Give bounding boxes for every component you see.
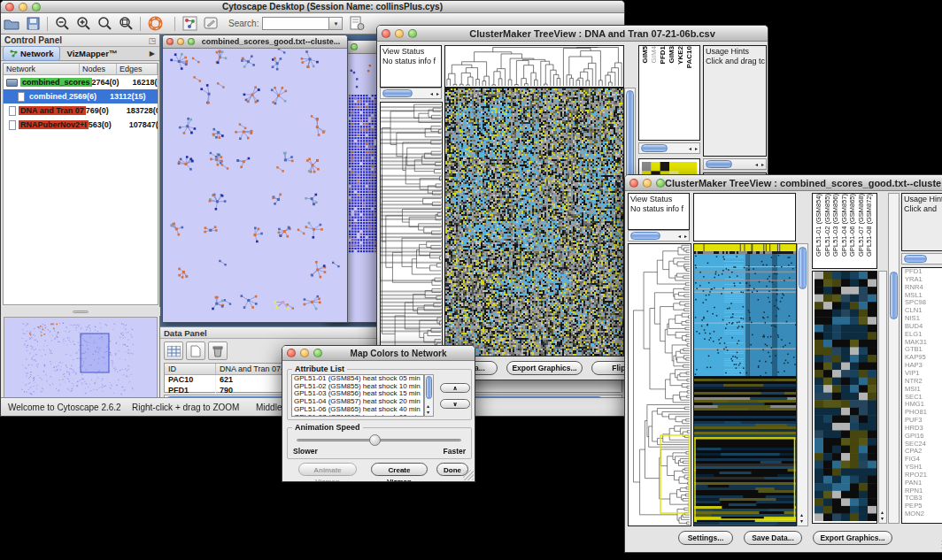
scrollbar-thumb[interactable] bbox=[904, 255, 927, 263]
scroll-left-icon[interactable]: ◂ bbox=[430, 91, 433, 96]
attribute-browser-icon[interactable] bbox=[346, 15, 367, 33]
close-icon[interactable] bbox=[287, 349, 296, 357]
scrollbar-thumb[interactable] bbox=[426, 376, 432, 399]
help-icon[interactable] bbox=[144, 15, 166, 33]
zoom-window-icon[interactable] bbox=[32, 3, 41, 12]
col-label[interactable]: GIM4 bbox=[650, 46, 659, 64]
search-input[interactable] bbox=[262, 17, 329, 30]
col-label[interactable]: GPL51-04 (GSM857) bbox=[840, 194, 849, 257]
minimize-icon[interactable] bbox=[177, 38, 184, 45]
zoom-fit-icon[interactable] bbox=[94, 15, 115, 33]
tab-vizmapper[interactable]: VizMapper™ bbox=[60, 47, 123, 60]
col-label[interactable]: GIM5 bbox=[641, 46, 650, 64]
tv1-heatmap[interactable] bbox=[444, 88, 624, 357]
zoom-selected-icon[interactable] bbox=[115, 15, 136, 33]
move-up-button[interactable]: ∧ bbox=[440, 383, 470, 393]
scrollbar-thumb[interactable] bbox=[890, 272, 898, 319]
zoom-window-icon[interactable] bbox=[408, 29, 417, 38]
minimize-icon[interactable] bbox=[395, 29, 404, 38]
scroll-down-icon[interactable]: ▾ bbox=[427, 410, 429, 415]
settings-button[interactable]: Settings... bbox=[678, 531, 733, 545]
minimize-icon[interactable] bbox=[300, 349, 309, 357]
scroll-right-icon[interactable]: ▸ bbox=[684, 234, 687, 239]
zoom-window-icon[interactable] bbox=[313, 349, 322, 357]
tv1-hints-h-scrollbar[interactable]: ◂ ▸ bbox=[703, 158, 767, 170]
tv2-row-dendrogram-canvas[interactable] bbox=[629, 244, 691, 525]
search-combo-arrow-icon[interactable]: ▼ bbox=[329, 17, 343, 30]
close-icon[interactable] bbox=[5, 3, 14, 12]
col-label[interactable]: GPL51-07 (GSM868) bbox=[857, 194, 866, 257]
delete-attribute-icon[interactable] bbox=[208, 341, 228, 360]
tv1-labels-h-scrollbar[interactable]: ◂ ▸ bbox=[638, 142, 700, 154]
zoom-window-icon[interactable] bbox=[656, 179, 665, 188]
network-row[interactable]: combined_scores 2764(0) 16218(0) bbox=[4, 75, 158, 89]
tv2-heatmap[interactable] bbox=[693, 243, 797, 526]
col-label[interactable]: GPL51-01 (GSM854) bbox=[815, 194, 823, 257]
float-panel-icon[interactable]: ◳ bbox=[148, 36, 156, 45]
minimize-icon[interactable] bbox=[19, 3, 27, 12]
scrollbar-thumb[interactable] bbox=[382, 89, 413, 97]
new-attribute-icon[interactable] bbox=[186, 341, 205, 360]
minimize-icon[interactable] bbox=[643, 179, 652, 188]
tab-overflow-icon[interactable]: ▶ bbox=[147, 50, 158, 58]
tv2-right-v-scrollbar[interactable] bbox=[888, 193, 900, 524]
save-button[interactable] bbox=[22, 15, 43, 33]
scrollbar-thumb[interactable] bbox=[641, 144, 668, 152]
scroll-left-icon[interactable]: ◂ bbox=[678, 234, 681, 239]
export-graphics-button[interactable]: Export Graphics... bbox=[813, 531, 892, 545]
tv2-col-dendrogram[interactable] bbox=[693, 193, 796, 242]
col-label[interactable]: PAC10 bbox=[685, 46, 694, 68]
animate-vizmap-button[interactable]: Animate Vizmap bbox=[298, 463, 357, 476]
tv2-hints-h-scrollbar[interactable] bbox=[901, 253, 942, 265]
save-data-button[interactable]: Save Data... bbox=[744, 531, 802, 545]
scroll-right-icon[interactable]: ▸ bbox=[761, 162, 764, 167]
scroll-left-icon[interactable]: ◂ bbox=[689, 146, 691, 151]
network-overview-canvas[interactable] bbox=[4, 318, 157, 401]
panel-splitter[interactable] bbox=[1, 307, 160, 316]
tv2-status-h-scrollbar[interactable]: ◂ ▸ bbox=[628, 230, 690, 242]
network-row[interactable]: DNA and Tran 07 769(0) 183728(0) bbox=[4, 104, 158, 118]
network-row[interactable]: combined_sco 2569(6) 13112(15) bbox=[4, 89, 158, 104]
close-icon[interactable] bbox=[629, 179, 638, 188]
tv2-submatrix-canvas[interactable] bbox=[815, 272, 876, 521]
export-graphics-button[interactable]: Export Graphics... bbox=[506, 361, 583, 375]
network-row[interactable]: RNAPuberNov2+I 563(0) 107847(0) bbox=[4, 118, 158, 132]
tv1-row-dendrogram[interactable] bbox=[380, 102, 443, 357]
scroll-right-icon[interactable]: ▸ bbox=[695, 146, 698, 151]
network-manager-icon[interactable] bbox=[179, 15, 200, 33]
annotation-icon[interactable] bbox=[200, 15, 221, 33]
move-down-button[interactable]: ∨ bbox=[440, 399, 470, 409]
tab-network[interactable]: Network bbox=[3, 46, 60, 61]
tv1-status-h-scrollbar[interactable]: ◂ ▸ bbox=[380, 88, 442, 99]
col-label[interactable]: GPL51-02 (GSM855) bbox=[823, 194, 832, 257]
attribute-list-item[interactable]: GPL51-07 (GSM868) heat shock 60 min bbox=[292, 414, 423, 417]
open-file-button[interactable] bbox=[1, 15, 22, 33]
tv2-v-scrollbar[interactable]: ▴ ▾ bbox=[797, 243, 808, 526]
tv1-heatmap-canvas[interactable] bbox=[445, 88, 623, 356]
create-vizmap-button[interactable]: Create Vizmap bbox=[371, 463, 428, 476]
tv1-col-dendrogram-canvas[interactable] bbox=[445, 46, 623, 87]
scroll-down-icon[interactable]: ▾ bbox=[881, 516, 884, 521]
scrollbar-thumb[interactable] bbox=[630, 232, 660, 240]
attribute-list-scrollbar[interactable]: ▴ ▾ bbox=[424, 374, 434, 417]
col-label[interactable]: PFD1 bbox=[659, 46, 668, 64]
col-label[interactable]: GIM3 bbox=[668, 46, 676, 64]
scroll-right-icon[interactable]: ▸ bbox=[436, 91, 439, 96]
zoom-in-icon[interactable] bbox=[73, 15, 94, 33]
zoom-window-icon[interactable] bbox=[351, 43, 358, 50]
resize-grip[interactable] bbox=[463, 470, 474, 480]
tv2-heatmap-canvas[interactable] bbox=[694, 244, 796, 525]
tv1-row-dendrogram-canvas[interactable] bbox=[381, 103, 442, 356]
col-label[interactable]: GPL51-03 (GSM856) bbox=[831, 194, 840, 257]
zoom-window-icon[interactable] bbox=[188, 38, 195, 45]
scroll-left-icon[interactable]: ◂ bbox=[755, 162, 758, 167]
zoom-out-icon[interactable] bbox=[51, 15, 73, 33]
close-icon[interactable] bbox=[166, 38, 174, 45]
select-attributes-icon[interactable] bbox=[164, 341, 183, 360]
scrollbar-thumb[interactable] bbox=[706, 160, 732, 168]
network-view-window[interactable]: combined_scores_good.txt--cluste... bbox=[162, 35, 348, 323]
tv2-submatrix-scroll-strip[interactable]: ▴ ▾ bbox=[878, 271, 887, 524]
tv1-col-dendrogram[interactable] bbox=[444, 45, 624, 88]
col-label[interactable]: YKE2 bbox=[676, 46, 685, 65]
col-label[interactable]: GPL51-08 (GSM872) bbox=[865, 194, 874, 257]
